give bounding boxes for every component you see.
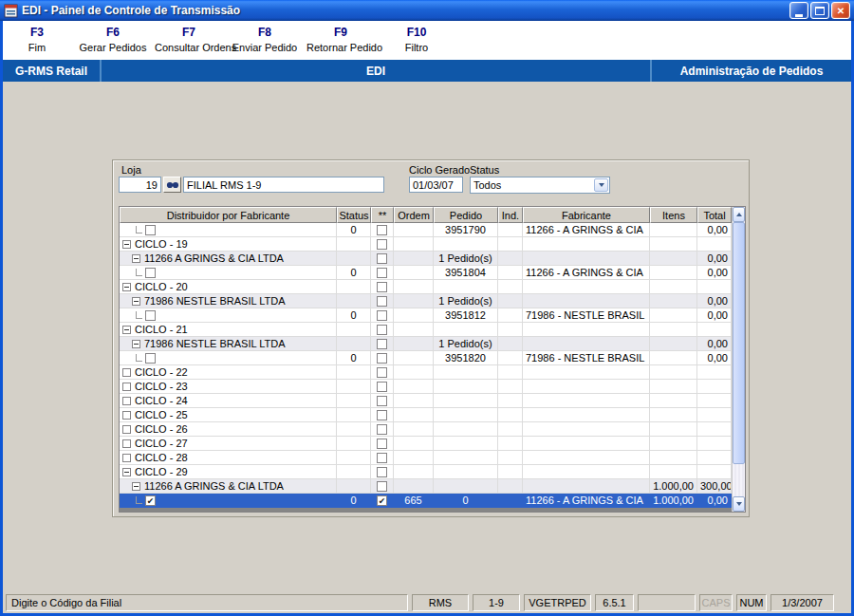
grid-row[interactable]: CICLO - 23: [120, 380, 732, 394]
grid-cell: [697, 323, 732, 337]
column-header[interactable]: Fabricante: [523, 207, 650, 223]
grid-row[interactable]: CICLO - 21: [120, 323, 732, 337]
grid-row[interactable]: 0665011266 - A GRINGS & CIA1.000,000,00: [120, 494, 732, 508]
scrollbar-track[interactable]: [733, 222, 745, 496]
grid-row[interactable]: 71986 NESTLE BRASIL LTDA1 Pedido(s)0,00: [120, 337, 732, 351]
transmit-checkbox[interactable]: [377, 325, 387, 335]
toolbar-button-f9[interactable]: F9Retornar Pedido: [306, 26, 375, 60]
row-select-checkbox[interactable]: [145, 310, 156, 321]
collapse-icon[interactable]: [122, 326, 131, 334]
grid-row[interactable]: 11266 A GRINGS & CIA LTDA1.000,00300,00: [120, 479, 732, 494]
transmit-checkbox[interactable]: [377, 382, 387, 392]
row-select-checkbox[interactable]: [145, 495, 156, 506]
grid-cell: [523, 337, 650, 351]
grid-row[interactable]: 0395179011266 - A GRINGS & CIA0,00: [120, 223, 732, 237]
dropdown-arrow-icon[interactable]: [594, 178, 608, 192]
transmit-checkbox[interactable]: [377, 439, 387, 449]
column-header[interactable]: Itens: [650, 207, 697, 223]
column-header[interactable]: **: [371, 207, 394, 223]
grid-row[interactable]: CICLO - 19: [120, 237, 732, 252]
grid-row[interactable]: CICLO - 27: [120, 437, 732, 451]
row-select-checkbox[interactable]: [145, 268, 156, 278]
titlebar[interactable]: EDI - Painel de Controle de Transmissão: [0, 0, 854, 21]
toolbar-button-f6[interactable]: F6Gerar Pedidos: [79, 26, 147, 60]
transmit-checkbox[interactable]: [377, 410, 387, 420]
column-header[interactable]: Ordem: [394, 207, 434, 223]
grid-cell: 0: [434, 494, 498, 508]
transmit-checkbox[interactable]: [377, 225, 387, 235]
transmit-checkbox[interactable]: [377, 339, 387, 349]
close-button[interactable]: [831, 2, 850, 19]
transmit-checkbox[interactable]: [377, 310, 387, 321]
grid-cell: [434, 451, 498, 465]
grid-cell: [371, 365, 394, 380]
grid-row[interactable]: CICLO - 25: [120, 408, 732, 422]
toolbar-button-f7[interactable]: F7Consultar Ordens: [155, 26, 223, 60]
grid-row[interactable]: CICLO - 26: [120, 422, 732, 437]
transmit-checkbox[interactable]: [377, 253, 387, 264]
transmit-checkbox[interactable]: [377, 467, 387, 477]
transmit-checkbox[interactable]: [377, 453, 387, 463]
collapse-icon[interactable]: [132, 254, 140, 263]
group-label: 71986 NESTLE BRASIL LTDA: [144, 296, 286, 308]
minimize-button[interactable]: [789, 2, 808, 19]
grid-row[interactable]: 0395181271986 - NESTLE BRASIL0,00: [120, 308, 732, 323]
row-select-checkbox[interactable]: [145, 225, 156, 235]
row-select-checkbox[interactable]: [145, 353, 156, 364]
column-header[interactable]: Total: [697, 207, 732, 223]
collapse-icon[interactable]: [122, 240, 131, 249]
expand-icon[interactable]: [122, 439, 131, 448]
toolbar-button-label: Fim: [3, 42, 71, 53]
toolbar-button-f10[interactable]: F10Filtro: [382, 26, 451, 60]
column-header[interactable]: Pedido: [434, 207, 498, 223]
collapse-icon[interactable]: [132, 482, 140, 491]
ciclo-gerado-input[interactable]: [409, 177, 463, 193]
status-dropdown[interactable]: Todos: [470, 177, 610, 194]
transmit-checkbox[interactable]: [377, 268, 387, 278]
column-header[interactable]: Ind.: [498, 207, 523, 223]
collapse-icon[interactable]: [132, 340, 140, 348]
expand-icon[interactable]: [122, 368, 131, 377]
column-header[interactable]: Status: [337, 207, 371, 223]
grid-row[interactable]: 0395180411266 - A GRINGS & CIA0,00: [120, 266, 732, 280]
expand-icon[interactable]: [122, 383, 131, 391]
loja-name-field[interactable]: [183, 177, 384, 193]
expand-icon[interactable]: [122, 397, 131, 405]
scroll-down-button[interactable]: [733, 496, 745, 512]
grid-row[interactable]: CICLO - 22: [120, 365, 732, 380]
grid-row[interactable]: 0395182071986 - NESTLE BRASIL0,00: [120, 351, 732, 365]
toolbar-button-f8[interactable]: F8Enviar Pedido: [231, 26, 299, 60]
collapse-icon[interactable]: [122, 468, 131, 476]
grid-row[interactable]: CICLO - 20: [120, 280, 732, 294]
grid-cell: 0: [337, 494, 371, 508]
transmit-checkbox[interactable]: [377, 282, 387, 292]
transmit-checkbox[interactable]: [377, 239, 387, 250]
scroll-up-button[interactable]: [733, 207, 745, 222]
expand-icon[interactable]: [122, 454, 131, 462]
loja-code-input[interactable]: [119, 177, 161, 193]
collapse-icon[interactable]: [122, 283, 131, 291]
grid-row[interactable]: CICLO - 29: [120, 465, 732, 479]
collapse-icon[interactable]: [132, 297, 140, 306]
search-store-button[interactable]: [163, 177, 181, 193]
expand-icon[interactable]: [122, 425, 131, 434]
grid-row[interactable]: 11266 A GRINGS & CIA LTDA1 Pedido(s)0,00: [120, 252, 732, 266]
grid-row[interactable]: CICLO - 24: [120, 394, 732, 408]
grid-cell: [523, 380, 650, 394]
transmit-checkbox[interactable]: [377, 424, 387, 435]
transmit-checkbox[interactable]: [377, 296, 387, 307]
grid-row[interactable]: 71986 NESTLE BRASIL LTDA1 Pedido(s)0,00: [120, 294, 732, 308]
transmit-checkbox[interactable]: [377, 495, 387, 506]
expand-icon[interactable]: [122, 411, 131, 420]
grid-row[interactable]: CICLO - 28: [120, 451, 732, 465]
vertical-scrollbar[interactable]: [732, 207, 745, 512]
toolbar-button-label: Retornar Pedido: [306, 42, 375, 53]
transmit-checkbox[interactable]: [377, 367, 387, 378]
transmit-checkbox[interactable]: [377, 396, 387, 406]
toolbar-button-f3[interactable]: F3Fim: [3, 26, 71, 60]
transmit-checkbox[interactable]: [377, 481, 387, 492]
column-header[interactable]: Distribuidor por Fabricante: [120, 207, 337, 223]
transmit-checkbox[interactable]: [377, 353, 387, 364]
scrollbar-thumb[interactable]: [733, 222, 745, 464]
restore-button[interactable]: [810, 2, 829, 19]
